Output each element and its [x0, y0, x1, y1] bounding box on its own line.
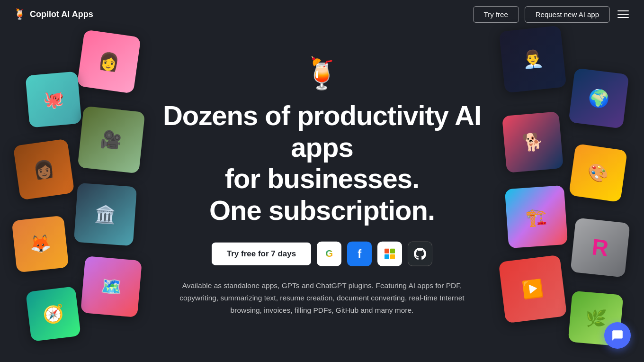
app-card-left-1: 👩 [77, 29, 141, 94]
nav-try-free-button[interactable]: Try free [473, 6, 519, 23]
ms-square-2 [390, 248, 395, 253]
app-card-left-2: 🐙 [25, 71, 81, 127]
app-card-right-5: 🏗️ [505, 185, 568, 248]
app-card-right-6: R [570, 217, 630, 277]
hamburger-line-2 [617, 14, 629, 15]
nav-request-button[interactable]: Request new AI app [525, 6, 610, 23]
app-card-right-4: 🎨 [569, 144, 627, 202]
app-card-right-7: ▶️ [499, 255, 567, 324]
hamburger-line-1 [617, 10, 629, 11]
hero-section: 🍹 Dozens of productivity AI apps for bus… [156, 56, 488, 317]
hamburger-menu-button[interactable] [616, 9, 631, 20]
app-card-left-6: 🦊 [12, 216, 69, 273]
google-icon: G [325, 248, 333, 259]
google-signin-button[interactable]: G [317, 241, 341, 266]
logo-link[interactable]: 🍹 Copilot AI Apps [13, 8, 93, 20]
app-card-left-7: 🗺️ [80, 256, 142, 317]
chat-support-button[interactable] [604, 322, 631, 349]
hero-description: Available as standalone apps, GPTs and C… [166, 279, 478, 317]
navbar: 🍹 Copilot AI Apps Try free Request new A… [0, 0, 644, 28]
app-card-right-3: 🐕 [502, 111, 564, 173]
github-icon [414, 247, 426, 260]
app-card-left-4: 👩🏾 [13, 139, 75, 200]
app-card-right-2: 🌍 [568, 68, 629, 128]
right-app-cards: 👨‍💼 🌍 🐕 🎨 🏗️ R ▶️ 🌿 [464, 0, 644, 362]
logo-text: Copilot AI Apps [30, 9, 93, 19]
left-app-cards: 👩 🐙 🎥 👩🏾 🏛️ 🦊 🗺️ 🧭 [0, 0, 180, 362]
ms-square-1 [385, 248, 389, 253]
ms-square-4 [390, 254, 395, 259]
hero-icon: 🍹 [156, 56, 488, 91]
headline-line-1: Dozens of productivity AI apps [156, 100, 488, 163]
microsoft-icon [385, 248, 395, 259]
app-card-left-5: 🏛️ [74, 183, 137, 246]
facebook-icon: f [358, 247, 361, 260]
chat-icon [611, 329, 624, 342]
ms-square-3 [385, 254, 389, 259]
app-card-left-3: 🎥 [78, 106, 145, 174]
cta-try-free-button[interactable]: Try free for 7 days [212, 242, 311, 265]
headline-line-3: One subscription. [156, 195, 488, 226]
facebook-signin-button[interactable]: f [347, 241, 372, 266]
microsoft-signin-button[interactable] [377, 241, 402, 266]
github-signin-button[interactable] [408, 241, 432, 266]
cta-row: Try free for 7 days G f [156, 241, 488, 266]
hamburger-line-3 [617, 17, 629, 18]
app-card-left-8: 🧭 [26, 286, 81, 342]
logo-icon: 🍹 [13, 8, 26, 20]
nav-actions: Try free Request new AI app [473, 6, 631, 23]
app-card-right-1: 👨‍💼 [499, 26, 567, 93]
headline-line-2: for businesses. [156, 163, 488, 195]
hero-headline: Dozens of productivity AI apps for busin… [156, 100, 488, 226]
